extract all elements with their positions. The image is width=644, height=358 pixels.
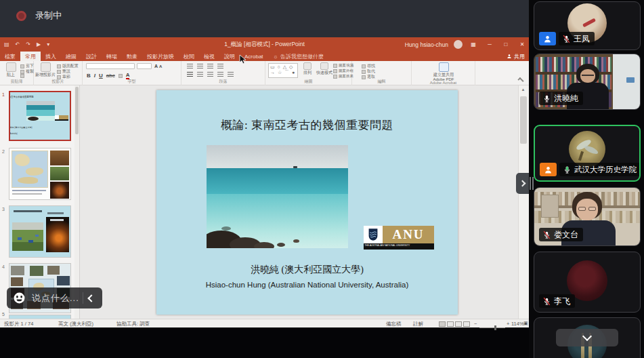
panel-drag-handle[interactable] <box>530 177 534 190</box>
fit-slide-icon[interactable]: ▣ <box>523 321 528 326</box>
tab-view[interactable]: 檢視 <box>199 52 219 61</box>
format-painter-button[interactable] <box>20 74 24 78</box>
meeting-top-bar: 录制中 <box>0 0 529 37</box>
notes-button[interactable]: 備忘稿 <box>386 321 402 327</box>
minimize-button[interactable]: ─ <box>484 41 495 47</box>
layout-icon <box>57 64 61 68</box>
language-status[interactable]: 英文 (澳大利亞) <box>58 321 93 327</box>
normal-view-icon[interactable] <box>439 321 446 327</box>
restore-button[interactable]: □ <box>500 41 511 47</box>
thumb-number-3: 3 <box>2 207 5 212</box>
tab-review[interactable]: 校閱 <box>179 52 199 61</box>
participant-name-label: 娄文台 <box>539 228 583 241</box>
scrollbar-thumb[interactable] <box>520 96 527 144</box>
thumb-map <box>12 151 48 188</box>
thumb-caption-bar <box>12 193 42 195</box>
tell-me-box[interactable]: ☼ 告訴我您想做什麼 <box>268 52 329 61</box>
ribbon-display-options-icon[interactable]: ▦ <box>468 41 479 47</box>
scroll-participants-down-button[interactable] <box>556 329 618 346</box>
tab-slideshow[interactable]: 投影片放映 <box>142 52 179 61</box>
alignment-buttons[interactable] <box>187 72 234 77</box>
tab-draw[interactable]: 繪圖 <box>61 52 81 61</box>
ppt-title-bar[interactable]: ▤ ↶ ↷ ▶ ▾ 1_概論 [相容模式] - PowerPoint Hung … <box>0 37 529 52</box>
font-name-combobox[interactable] <box>86 63 135 69</box>
tab-design[interactable]: 設計 <box>81 52 102 61</box>
account-name: Hung hsiao-chun <box>405 41 448 48</box>
audio-device-badge <box>540 163 557 176</box>
emoji-icon[interactable] <box>13 292 26 304</box>
new-slide-button[interactable]: 新增投影片 <box>35 62 56 77</box>
recording-indicator[interactable]: 录制中 <box>16 9 62 22</box>
participant-tile-wangfeng[interactable]: 王凤 <box>534 1 641 50</box>
zoom-out-button[interactable]: − <box>474 321 477 327</box>
zoom-slider-knob[interactable] <box>494 325 496 330</box>
reset-icon <box>57 70 61 74</box>
shapes-gallery[interactable]: ▭ ○ △ ◇ → ☆ ⌒ ● <box>268 63 298 78</box>
thumb-title-bar <box>14 210 42 212</box>
zoom-level[interactable]: 114% <box>511 321 524 327</box>
anu-acronym: ANU <box>383 226 434 243</box>
view-buttons[interactable] <box>439 321 471 327</box>
thumb-number-1: 1 <box>2 92 5 97</box>
list-indent-buttons[interactable] <box>187 64 223 68</box>
slide-canvas: 概論: 東南亞考古的幾個重要問題 A <box>80 85 518 319</box>
sidebar-collapse-tab[interactable] <box>516 173 529 194</box>
participant-name-label: 李飞 <box>539 294 575 308</box>
share-button[interactable]: 共用 <box>507 52 525 61</box>
close-button[interactable]: ✕ <box>517 41 528 47</box>
chevron-left-icon[interactable] <box>87 294 95 302</box>
photo-boat <box>293 166 297 168</box>
paste-button[interactable]: 貼上 <box>1 62 21 77</box>
tab-file[interactable]: 檔案 <box>0 52 20 61</box>
slide-thumbnail-1[interactable]: 概論: 東南亞考古的幾個重要問題 洪曉純 (澳大利亞國立大學) Hsiao-ch… <box>9 91 71 141</box>
thumbnail-scrollbar[interactable] <box>74 85 79 319</box>
shape-fill-button[interactable]: 圖案填滿 <box>333 63 353 68</box>
slide-scrollbar[interactable]: ▲ <box>518 85 528 319</box>
slide-thumbnail-2[interactable] <box>9 148 71 200</box>
tab-transitions[interactable]: 轉場 <box>102 52 122 61</box>
account-avatar[interactable] <box>454 40 463 49</box>
slide-sorter-icon[interactable] <box>447 321 454 327</box>
thumb-image <box>11 277 23 286</box>
font-size-combobox[interactable] <box>137 63 152 69</box>
participant-tile-louwentai[interactable]: 娄文台 <box>534 187 641 246</box>
bold-button[interactable]: B <box>87 73 91 79</box>
arrange-button[interactable]: 排列 <box>299 62 316 75</box>
highlight-color-icon[interactable] <box>119 74 123 78</box>
chevron-down-icon <box>582 332 592 341</box>
ribbon-group-font: AA B I U abc A 字型 <box>83 61 181 85</box>
tab-insert[interactable]: 插入 <box>41 52 61 61</box>
slide-thumbnail-3[interactable] <box>9 205 71 258</box>
slideshow-view-icon[interactable] <box>463 321 470 327</box>
current-slide[interactable]: 概論: 東南亞考古的幾個重要問題 A <box>156 90 458 315</box>
quick-styles-button[interactable]: 快速樣式 <box>316 62 333 75</box>
scroll-up-icon[interactable]: ▲ <box>519 85 528 94</box>
ribbon-group-slides: 新增投影片 版面配置 重設 章節 投影片 <box>34 61 83 85</box>
reading-view-icon[interactable] <box>455 321 462 327</box>
strikethrough-button[interactable]: abc <box>106 73 115 79</box>
participant-tile-whu-history[interactable]: 武汉大学历史学院 <box>534 125 641 182</box>
tab-home[interactable]: 常用 <box>20 52 41 61</box>
zoom-in-button[interactable]: + <box>507 321 509 327</box>
grow-shrink-font-buttons[interactable]: AA <box>154 64 162 68</box>
participant-name-label: 武汉大学历史学院 <box>559 163 641 176</box>
shape-effects-button[interactable]: 圖案效果 <box>333 74 353 79</box>
photo-sky <box>207 145 348 168</box>
photo-sea <box>207 168 348 194</box>
tab-help[interactable]: 說明 <box>219 52 240 61</box>
participant-tile-hunghsiaochun[interactable]: 洪曉純 <box>534 54 641 110</box>
chat-placeholder[interactable]: 说点什么... <box>26 292 83 304</box>
accessibility-status[interactable]: 協助工具: 調查 <box>116 321 150 327</box>
participant-tile-partial[interactable] <box>534 317 641 358</box>
collapse-ribbon-icon[interactable] <box>517 77 523 83</box>
participant-tile-lifei[interactable]: 李飞 <box>534 252 641 313</box>
zoom-slider[interactable] <box>479 327 505 328</box>
tab-animations[interactable]: 動畫 <box>122 52 142 61</box>
person-icon <box>543 35 552 43</box>
italic-button[interactable]: I <box>94 73 95 79</box>
chat-quick-input[interactable]: 说点什么... <box>7 287 102 309</box>
shape-outline-button[interactable]: 圖案外框 <box>333 68 353 73</box>
comments-button[interactable]: 註解 <box>413 321 423 327</box>
create-pdf-button[interactable]: 建立並共用 Adobe PDF <box>430 62 457 81</box>
underline-button[interactable]: U <box>99 73 103 79</box>
